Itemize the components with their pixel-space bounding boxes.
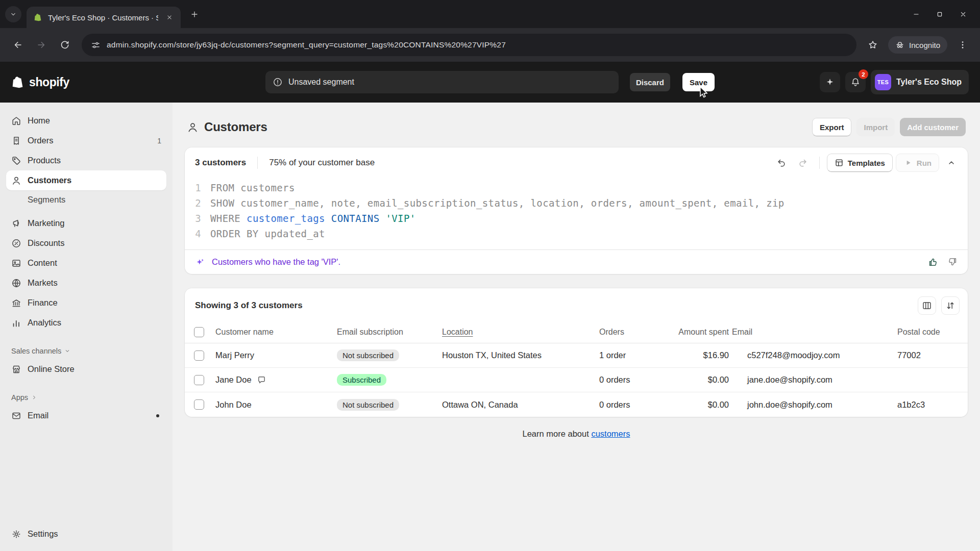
add-customer-button[interactable]: Add customer xyxy=(900,118,966,136)
apps-section[interactable]: Apps xyxy=(6,391,166,406)
column-header-orders[interactable]: Orders xyxy=(597,328,663,337)
settings-gear-icon xyxy=(11,529,21,539)
column-header-email[interactable]: Email xyxy=(730,328,895,337)
reload-button[interactable] xyxy=(54,34,76,56)
note-icon xyxy=(257,375,266,385)
tab-search-button[interactable] xyxy=(5,6,21,22)
row-checkbox[interactable] xyxy=(194,350,204,361)
sidebar-item-discounts[interactable]: Discounts xyxy=(6,233,166,253)
customer-email: john.doe@shopify.com xyxy=(730,400,895,410)
query-line-4[interactable]: 4ORDER BY updated_at xyxy=(193,226,958,241)
sidebar-item-markets[interactable]: Markets xyxy=(6,273,166,293)
column-header-amount-spent[interactable]: Amount spent xyxy=(663,328,730,337)
window-maximize-button[interactable] xyxy=(928,5,951,23)
sidebar-item-online-store[interactable]: Online Store xyxy=(6,359,166,379)
templates-button[interactable]: Templates xyxy=(827,154,893,172)
thumbs-down-icon[interactable] xyxy=(947,257,958,267)
new-tab-button[interactable] xyxy=(186,6,203,23)
shopify-bag-icon xyxy=(11,75,26,89)
sidebar-item-marketing[interactable]: Marketing xyxy=(6,213,166,233)
discard-button[interactable]: Discard xyxy=(630,73,670,91)
forward-button[interactable] xyxy=(31,34,52,56)
window-close-button[interactable] xyxy=(951,5,975,23)
customer-row-john-doe[interactable]: John DoeNot subscribedOttawa ON, Canada0… xyxy=(185,392,968,417)
sidebar-item-analytics[interactable]: Analytics xyxy=(6,313,166,333)
close-icon xyxy=(166,14,173,21)
bookmark-star-button[interactable] xyxy=(863,35,883,55)
query-line-3[interactable]: 3WHERE customer_tags CONTAINS 'VIP' xyxy=(193,211,958,226)
window-minimize-button[interactable] xyxy=(904,5,928,23)
select-all-checkbox[interactable] xyxy=(194,327,204,337)
sidebar-item-products[interactable]: Products xyxy=(6,151,166,170)
products-icon xyxy=(11,156,21,166)
url-bar[interactable]: admin.shopify.com/store/jy63jq-dc/custom… xyxy=(82,34,856,56)
sidebar-item-orders[interactable]: Orders1 xyxy=(6,131,166,151)
query-text: FROM customers xyxy=(210,180,295,195)
collapse-editor-button[interactable] xyxy=(942,154,961,172)
column-header-location[interactable]: Location xyxy=(440,328,597,337)
customer-row-marj-perry[interactable]: Marj PerryNot subscribedHouston TX, Unit… xyxy=(185,343,968,368)
forward-icon xyxy=(36,40,46,50)
query-token: CONTAINS xyxy=(331,213,380,224)
sidebar-item-label: Email xyxy=(28,411,48,420)
reload-icon xyxy=(60,40,70,50)
query-line-1[interactable]: 1FROM customers xyxy=(193,180,958,195)
shopify-logo[interactable]: shopify xyxy=(11,75,69,89)
customers-help-link[interactable]: customers xyxy=(591,429,630,438)
customer-row-jane-doe[interactable]: Jane DoeSubscribed0 orders$0.00jane.doe@… xyxy=(185,368,968,392)
undo-button[interactable] xyxy=(772,154,791,172)
sidebar-item-label: Segments xyxy=(28,195,65,205)
redo-button[interactable] xyxy=(794,154,812,172)
sidebar-item-label: Content xyxy=(28,258,57,268)
email-icon xyxy=(11,411,21,421)
store-icon xyxy=(11,364,21,374)
edit-columns-button[interactable] xyxy=(918,296,936,315)
query-line-2[interactable]: 2SHOW customer_name, note, email_subscri… xyxy=(193,195,958,211)
customer-amount-spent: $0.00 xyxy=(663,375,730,385)
column-header-postal-code[interactable]: Postal code xyxy=(895,328,968,337)
browser-tab[interactable]: Tyler's Eco Shop · Customers · S xyxy=(27,7,181,28)
thumbs-up-icon[interactable] xyxy=(928,257,939,267)
sidebar-item-customers[interactable]: Customers xyxy=(6,170,166,190)
sidekick-button[interactable] xyxy=(820,72,840,92)
export-button[interactable]: Export xyxy=(812,118,852,136)
customer-orders: 0 orders xyxy=(597,375,663,385)
run-button[interactable]: Run xyxy=(896,154,939,172)
row-checkbox[interactable] xyxy=(194,375,204,385)
notifications-button[interactable]: 2 xyxy=(845,72,866,92)
shopify-wordmark: shopify xyxy=(29,76,69,89)
sidebar-item-segments[interactable]: Segments xyxy=(6,190,166,209)
browser-menu-button[interactable] xyxy=(952,35,973,55)
store-menu[interactable]: TES Tyler's Eco Shop xyxy=(871,70,969,94)
query-token xyxy=(380,213,386,224)
redo-icon xyxy=(798,158,808,168)
column-header-email-subscription[interactable]: Email subscription xyxy=(335,328,440,337)
shopifyql-query-editor[interactable]: 1FROM customers2SHOW customer_name, note… xyxy=(185,176,968,249)
tab-close-button[interactable] xyxy=(163,11,176,23)
sidebar-item-home[interactable]: Home xyxy=(6,111,166,131)
customer-name-link[interactable]: Jane Doe xyxy=(215,375,252,385)
column-header-customer-name[interactable]: Customer name xyxy=(213,328,335,337)
import-button[interactable]: Import xyxy=(856,118,895,136)
sidebar-item-email[interactable]: Email xyxy=(6,406,166,425)
query-token: FROM customers xyxy=(210,182,295,193)
sort-button[interactable] xyxy=(941,296,960,315)
shopify-topbar: shopify Unsaved segment Discard Save 2 T… xyxy=(0,62,980,103)
bell-icon xyxy=(850,77,861,87)
sidebar-item-content[interactable]: Content xyxy=(6,253,166,273)
sidebar-item-finance[interactable]: Finance xyxy=(6,293,166,313)
segment-customer-count: 3 customers xyxy=(195,158,246,168)
page-actions: Export Import Add customer xyxy=(812,118,966,136)
customer-email: c527f248@moodjoy.com xyxy=(730,350,895,360)
sidebar-item-settings[interactable]: Settings xyxy=(6,524,166,544)
customer-name-link[interactable]: John Doe xyxy=(215,400,252,410)
customer-name-link[interactable]: Marj Perry xyxy=(215,350,254,360)
url-text[interactable]: admin.shopify.com/store/jy63jq-dc/custom… xyxy=(107,40,506,49)
back-button[interactable] xyxy=(7,34,29,56)
footer-note: Learn more about customers xyxy=(185,417,968,459)
site-info-icon[interactable] xyxy=(91,40,101,50)
row-checkbox[interactable] xyxy=(194,399,204,410)
sales-channels-section[interactable]: Sales channels xyxy=(6,345,166,359)
home-icon xyxy=(11,116,21,126)
sidebar-item-label: Analytics xyxy=(28,318,61,328)
